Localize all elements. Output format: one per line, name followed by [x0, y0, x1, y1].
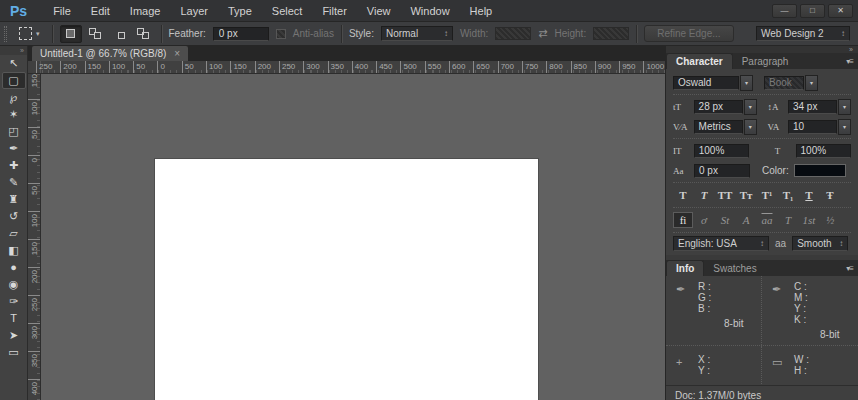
brush-tool[interactable]: ✎ — [2, 174, 26, 191]
strikethrough-button[interactable]: Ŧ — [820, 187, 840, 203]
text-color-swatch[interactable] — [794, 164, 846, 177]
all-caps-button[interactable]: TT — [715, 187, 735, 203]
tool-preset-picker[interactable]: ▾ — [14, 25, 45, 42]
tab-info[interactable]: Info — [666, 260, 704, 276]
ruler-tick-label: 350 — [28, 351, 40, 379]
menu-item[interactable]: Image — [120, 5, 171, 17]
anti-alias-label: Anti-alias — [293, 28, 334, 39]
tab-swatches[interactable]: Swatches — [704, 261, 765, 276]
rectangular-marquee-tool[interactable]: ▢ — [2, 72, 26, 89]
horizontal-scale-field[interactable]: 100% — [796, 144, 851, 158]
ruler-tick-label: 50 — [28, 127, 40, 155]
language-select[interactable]: English: USA ↕ — [673, 236, 769, 251]
menu-item[interactable]: View — [357, 5, 401, 17]
vertical-ruler[interactable]: 15010050050100150200250300350400450 — [28, 74, 41, 400]
kerning-field[interactable]: Metrics — [694, 120, 743, 134]
dodge-tool[interactable]: ◉ — [2, 276, 26, 293]
font-family-dropdown[interactable]: ▾ — [740, 75, 753, 91]
menu-item[interactable]: Window — [400, 5, 459, 17]
options-bar-grip[interactable] — [4, 26, 7, 42]
small-caps-button[interactable]: Tᴛ — [736, 187, 756, 203]
anti-aliasing-select[interactable]: Smooth ↕ — [792, 236, 848, 251]
eraser-tool[interactable]: ▱ — [2, 225, 26, 242]
collapse-panels-icon[interactable]: » — [666, 46, 858, 53]
menu-item[interactable]: Filter — [312, 5, 356, 17]
menu-item[interactable]: Type — [218, 5, 262, 17]
rectangle-tool[interactable]: ▭ — [2, 344, 26, 361]
menu-item[interactable]: Layer — [170, 5, 218, 17]
new-selection-button[interactable] — [60, 25, 82, 43]
document-tab[interactable]: Untitled-1 @ 66.7% (RGB/8) × — [32, 46, 188, 61]
healing-brush-tool[interactable]: ✚ — [2, 157, 26, 174]
tracking-dropdown[interactable]: ▾ — [838, 119, 851, 135]
titling-alternates-button[interactable]: T — [778, 212, 798, 228]
font-family-field[interactable]: Oswald — [673, 76, 739, 90]
font-size-icon: tT — [673, 102, 694, 112]
menu-item[interactable]: File — [43, 5, 81, 17]
ruler-tick-label: 150 — [230, 61, 254, 73]
ordinals-button[interactable]: 1st — [799, 212, 819, 228]
stylistic-alternates-button[interactable]: aa — [757, 212, 777, 228]
ruler-tick-label: 50 — [182, 61, 206, 73]
canvas[interactable] — [155, 159, 538, 400]
clone-stamp-tool[interactable]: ♜ — [2, 191, 26, 208]
divider — [636, 25, 637, 43]
ruler-tick-label: 250 — [279, 61, 303, 73]
fractions-button[interactable]: ½ — [820, 212, 840, 228]
type-tool[interactable]: T — [2, 310, 26, 327]
leading-field[interactable]: 34 px — [788, 100, 837, 114]
panel-menu-icon[interactable]: ▾≡ — [841, 57, 858, 69]
move-tool[interactable]: ↖ — [2, 55, 26, 72]
close-tab-icon[interactable]: × — [174, 48, 180, 59]
minimize-button[interactable]: — — [772, 4, 797, 18]
add-to-selection-button[interactable] — [84, 25, 106, 43]
faux-italic-button[interactable]: T — [694, 187, 714, 203]
swap-dimensions-icon[interactable]: ⇄ — [538, 27, 547, 40]
leading-dropdown[interactable]: ▾ — [838, 99, 851, 115]
subtract-from-selection-button[interactable] — [108, 25, 130, 43]
ruler-tick-label: 0 — [28, 155, 40, 183]
gradient-tool[interactable]: ◧ — [2, 242, 26, 259]
faux-bold-button[interactable]: T — [673, 187, 693, 203]
pen-tool[interactable]: ✑ — [2, 293, 26, 310]
blur-tool[interactable]: ● — [2, 259, 26, 276]
menu-item[interactable]: Help — [460, 5, 503, 17]
path-selection-tool[interactable]: ➤ — [2, 327, 26, 344]
superscript-button[interactable]: T¹ — [757, 187, 777, 203]
baseline-shift-field[interactable]: 0 px — [694, 164, 750, 178]
anti-alias-checkbox[interactable] — [276, 29, 286, 39]
lasso-tool[interactable]: ℘ — [2, 89, 26, 106]
swash-button[interactable]: A — [736, 212, 756, 228]
workspace-select[interactable]: Web Design 2 ↕ — [756, 26, 850, 41]
history-brush-tool[interactable]: ↺ — [2, 208, 26, 225]
maximize-button[interactable]: □ — [800, 4, 825, 18]
crop-tool[interactable]: ◰ — [2, 123, 26, 140]
contextual-alternates-button[interactable]: ơ — [694, 212, 714, 228]
magic-wand-tool[interactable]: ✶ — [2, 106, 26, 123]
kerning-dropdown[interactable]: ▾ — [744, 119, 757, 135]
tracking-field[interactable]: 10 — [788, 120, 837, 134]
ruler-tick-label: 200 — [60, 61, 84, 73]
tab-paragraph[interactable]: Paragraph — [733, 54, 798, 69]
menu-item[interactable]: Edit — [81, 5, 120, 17]
collapse-tools-icon[interactable]: » — [0, 46, 27, 55]
intersect-selection-button[interactable] — [132, 25, 154, 43]
style-select[interactable]: Normal ↕ — [381, 26, 453, 41]
subscript-button[interactable]: T₁ — [778, 187, 798, 203]
discretionary-ligatures-button[interactable]: St — [715, 212, 735, 228]
eyedropper-tool[interactable]: ✒ — [2, 140, 26, 157]
tab-character[interactable]: Character — [666, 53, 733, 69]
menu-item[interactable]: Select — [262, 5, 313, 17]
ruler-tick-label: 250 — [28, 295, 40, 323]
horizontal-ruler[interactable]: 2502001501005005010015020025030035040045… — [36, 61, 665, 73]
updown-arrows-icon: ↕ — [839, 239, 843, 248]
underline-button[interactable]: T — [799, 187, 819, 203]
vertical-scale-field[interactable]: 100% — [694, 144, 749, 158]
close-button[interactable]: ✕ — [828, 4, 853, 18]
panel-menu-icon[interactable]: ▾≡ — [841, 264, 858, 276]
ligatures-button[interactable]: fi — [673, 212, 693, 228]
font-size-field[interactable]: 28 px — [694, 100, 743, 114]
font-size-dropdown[interactable]: ▾ — [744, 99, 757, 115]
feather-input[interactable] — [213, 27, 269, 41]
panel-dock: » Character Paragraph ▾≡ Oswald ▾ Book ▾… — [665, 46, 858, 400]
